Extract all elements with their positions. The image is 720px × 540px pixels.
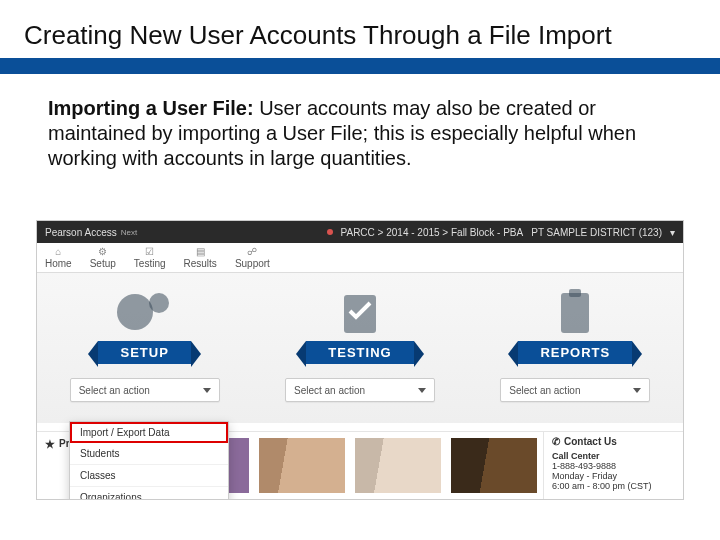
dropdown-item-import-export[interactable]: Import / Export Data <box>70 422 228 443</box>
program-thumb[interactable] <box>355 438 441 493</box>
svg-rect-4 <box>569 289 581 297</box>
phone-icon: ✆ <box>552 436 560 447</box>
chart-icon: ▤ <box>194 247 206 257</box>
dropdown-item-organizations[interactable]: Organizations <box>70 487 228 500</box>
caret-down-icon <box>203 388 211 393</box>
check-icon: ☑ <box>144 247 156 257</box>
setup-action-select[interactable]: Select an action <box>70 378 220 402</box>
home-icon: ⌂ <box>52 247 64 257</box>
contact-hours: 6:00 am - 8:00 pm (CST) <box>552 481 675 491</box>
contact-sub: Call Center <box>552 451 675 461</box>
nav-label: Support <box>235 258 270 269</box>
svg-point-1 <box>149 293 169 313</box>
nav-label: Testing <box>134 258 166 269</box>
alert-indicator-icon[interactable] <box>327 229 333 235</box>
checklist-icon <box>328 285 392 339</box>
nav-setup[interactable]: ⚙ Setup <box>90 247 116 269</box>
program-thumb[interactable] <box>259 438 345 493</box>
brand-suffix: Next <box>121 228 137 237</box>
brand: Pearson Access Next <box>45 227 137 238</box>
setup-action-dropdown: Import / Export Data Students Classes Or… <box>69 421 229 500</box>
reports-action-select[interactable]: Select an action <box>500 378 650 402</box>
panel-ribbon: SETUP <box>98 341 190 364</box>
slide-title: Creating New User Accounts Through a Fil… <box>24 20 618 57</box>
caret-down-icon: ▾ <box>670 227 675 238</box>
hero-panels: SETUP Select an action TESTING Select an… <box>37 273 683 423</box>
context-breadcrumb[interactable]: PARCC > 2014 - 2015 > Fall Block - PBA <box>341 227 524 238</box>
contact-days: Monday - Friday <box>552 471 675 481</box>
nav-home[interactable]: ⌂ Home <box>45 247 72 269</box>
nav-label: Results <box>184 258 217 269</box>
panel-ribbon: TESTING <box>306 341 413 364</box>
nav-results[interactable]: ▤ Results <box>184 247 217 269</box>
dropdown-item-students[interactable]: Students <box>70 443 228 465</box>
caret-down-icon <box>633 388 641 393</box>
contact-title: Contact Us <box>564 436 617 447</box>
body-lead: Importing a User File: <box>48 97 254 119</box>
topbar-right: PARCC > 2014 - 2015 > Fall Block - PBA P… <box>327 227 675 238</box>
nav-support[interactable]: ☍ Support <box>235 247 270 269</box>
dropdown-item-classes[interactable]: Classes <box>70 465 228 487</box>
panel-testing: TESTING Select an action <box>270 285 450 402</box>
embedded-screenshot: Pearson Access Next PARCC > 2014 - 2015 … <box>36 220 684 500</box>
svg-rect-3 <box>561 293 589 333</box>
panel-reports: REPORTS Select an action <box>485 285 665 402</box>
caret-down-icon <box>418 388 426 393</box>
panel-setup: SETUP Select an action <box>55 285 235 402</box>
contact-panel: ✆ Contact Us Call Center 1-888-493-9888 … <box>543 432 683 499</box>
svg-point-0 <box>117 294 153 330</box>
support-icon: ☍ <box>246 247 258 257</box>
brand-name: Pearson Access <box>45 227 117 238</box>
app-topbar: Pearson Access Next PARCC > 2014 - 2015 … <box>37 221 683 243</box>
nav-testing[interactable]: ☑ Testing <box>134 247 166 269</box>
slide: Creating New User Accounts Through a Fil… <box>0 0 720 540</box>
select-label: Select an action <box>79 385 150 396</box>
select-label: Select an action <box>294 385 365 396</box>
contact-header: ✆ Contact Us <box>552 436 675 447</box>
clipboard-icon <box>543 285 607 339</box>
gears-icon <box>113 285 177 339</box>
gear-icon: ⚙ <box>97 247 109 257</box>
district-selector[interactable]: PT SAMPLE DISTRICT (123) <box>531 227 662 238</box>
nav-label: Home <box>45 258 72 269</box>
panel-ribbon: REPORTS <box>518 341 632 364</box>
program-thumb[interactable] <box>451 438 537 493</box>
select-label: Select an action <box>509 385 580 396</box>
contact-phone: 1-888-493-9888 <box>552 461 675 471</box>
primary-nav: ⌂ Home ⚙ Setup ☑ Testing ▤ Results ☍ Sup… <box>37 243 683 273</box>
testing-action-select[interactable]: Select an action <box>285 378 435 402</box>
star-icon: ★ <box>45 438 55 451</box>
nav-label: Setup <box>90 258 116 269</box>
body-text: Importing a User File: User accounts may… <box>48 96 672 171</box>
